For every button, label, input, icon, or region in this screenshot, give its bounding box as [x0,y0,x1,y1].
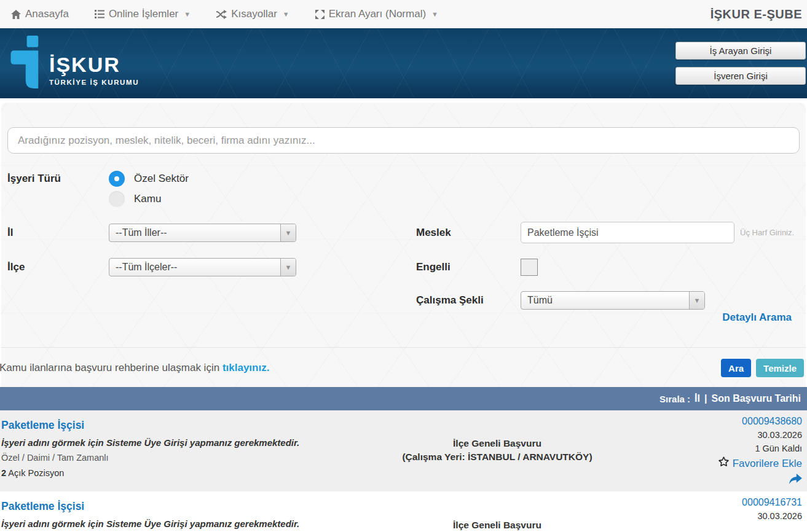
share-icon [789,478,802,487]
apply-scope: İlçe Geneli Başvuru [374,437,620,450]
job-id-link[interactable]: 00009416731 [742,496,802,509]
radio-ozel-sektor[interactable]: Özel Sektör [109,171,189,187]
keyword-search-input[interactable] [7,127,800,154]
job-login-note: İşyeri adını görmek için Sisteme Üye Gir… [1,437,374,448]
il-select-value: --Tüm İller-- [109,227,167,238]
apply-scope: İlçe Geneli Başvuru [374,518,620,532]
sort-by-deadline-link[interactable]: Son Başvuru Tarihi [711,393,801,404]
logo-text: İŞKUR TÜRKİYE İŞ KURUMU [49,54,139,92]
job-days-left: 1 Gün Kaldı [755,442,802,455]
list-icon [95,10,104,18]
calisma-sekli-select[interactable]: Tümü ▼ [521,291,705,310]
kamu-info-text: Kamu ilanlarına başvuru rehberine ulaşma… [0,362,219,374]
job-title-link[interactable]: Paketleme İşçisi [1,500,84,513]
screen-resize-icon [315,10,325,19]
job-open-positions: 2 Açık Pozisyon [1,468,374,478]
job-seeker-login-button[interactable]: İş Arayan Girişi [675,42,806,60]
job-result-row: Paketleme İşçisi İşyeri adını görmek içi… [0,491,807,532]
star-icon [718,456,730,471]
radio-kamu[interactable]: Kamu [109,191,189,207]
nav-ekran-ayari[interactable]: Ekran Ayarı (Normal) ▼ [315,8,438,20]
sort-bar: Sırala : İl | Son Başvuru Tarihi [0,387,807,410]
il-label: İl [7,227,109,239]
job-deadline: 30.03.2026 [757,429,802,441]
job-meta: Özel / Daimi / Tam Zamanlı [1,453,374,463]
iskur-logo: İŞKUR TÜRKİYE İŞ KURUMU [6,34,139,92]
job-id-link[interactable]: 00009438680 [742,415,802,428]
employer-login-button[interactable]: İşveren Girişi [675,67,806,85]
logo-subtitle: TÜRKİYE İŞ KURUMU [49,79,139,86]
nav-kisayollar[interactable]: Kısayollar ▼ [216,8,289,20]
chevron-down-icon: ▼ [431,10,438,18]
radio-kamu-label: Kamu [134,193,161,205]
radio-selected-icon [109,171,125,187]
page: Anasayfa Online İşlemler ▼ Kısayollar ▼ … [0,0,807,532]
add-to-favorites-link[interactable]: Favorilere Ekle [718,456,802,471]
job-title-link[interactable]: Paketleme İşçisi [1,419,84,432]
nav-kisayollar-label: Kısayollar [231,8,277,20]
detayli-arama-link[interactable]: Detaylı Arama [722,311,792,323]
home-icon [11,10,21,19]
nav-online-islemler-label: Online İşlemler [109,8,178,20]
shuffle-icon [216,10,227,19]
hero-header: İŞKUR TÜRKİYE İŞ KURUMU İş Arayan Girişi… [0,28,807,98]
eshube-brand-title: İŞKUR E-ŞUBE [711,7,802,22]
calisma-sekli-label: Çalışma Şekli [416,294,521,307]
meslek-input[interactable] [521,222,734,243]
ilce-select-value: --Tüm İlçeler-- [109,262,177,273]
top-navbar: Anasayfa Online İşlemler ▼ Kısayollar ▼ … [0,0,807,28]
ara-button[interactable]: Ara [721,359,751,377]
search-panel: İşyeri Türü Özel Sektör Kamu [1,103,806,387]
share-button[interactable] [789,474,802,485]
logo-title: İŞKUR [49,54,139,75]
temizle-button[interactable]: Temizle [756,359,804,377]
login-buttons: İş Arayan Girişi İşveren Girişi [675,42,806,85]
job-result-row: Paketleme İşçisi İşyeri adını görmek içi… [0,410,807,491]
sort-by-il-link[interactable]: İl [695,393,700,404]
engelli-checkbox[interactable] [521,259,538,276]
nav-home-label: Anasayfa [25,8,69,20]
dropdown-arrow-icon: ▼ [280,224,296,241]
chevron-down-icon: ▼ [184,10,191,18]
iskur-logo-icon [6,34,41,92]
calisma-sekli-select-value: Tümü [521,295,553,306]
positions-count: 2 [1,468,6,478]
sort-prefix: Sırala : [659,394,690,404]
meslek-hint: Üç Harf Giriniz. [740,228,794,237]
chevron-down-icon: ▼ [283,10,289,18]
radio-ozel-sektor-label: Özel Sektör [134,173,189,185]
sort-separator: | [704,393,707,404]
action-bar: Kamu ilanlarına başvuru rehberine ulaşma… [1,347,806,387]
job-login-note: İşyeri adını görmek için Sisteme Üye Gir… [1,518,374,529]
workplace: (Çalışma Yeri: İSTANBUL / ARNAVUTKÖY) [374,450,620,464]
positions-label: Açık Pozisyon [8,468,64,478]
meslek-label: Meslek [416,227,521,239]
nav-home[interactable]: Anasayfa [11,8,69,20]
dropdown-arrow-icon: ▼ [280,259,296,276]
isyeri-turu-label: İşyeri Türü [7,171,109,185]
ilce-label: İlçe [7,261,109,273]
favorite-label: Favorilere Ekle [733,457,802,471]
job-apply-info: İlçe Geneli Başvuru (Çalışma Yeri: İSTAN… [374,437,620,464]
nav-ekran-ayari-label: Ekran Ayarı (Normal) [329,8,426,20]
engelli-label: Engelli [416,261,521,273]
il-select[interactable]: --Tüm İller-- ▼ [109,224,296,242]
search-form: İşyeri Türü Özel Sektör Kamu [1,154,806,331]
kamu-info-line: Kamu ilanlarına başvuru rehberine ulaşma… [0,362,269,374]
radio-unselected-icon [109,191,125,207]
job-deadline: 30.03.2026 [757,510,802,522]
nav-online-islemler[interactable]: Online İşlemler ▼ [95,8,191,20]
tiklayiniz-link[interactable]: tıklayınız. [222,362,270,374]
dropdown-arrow-icon: ▼ [689,292,704,309]
ilce-select[interactable]: --Tüm İlçeler-- ▼ [109,258,296,276]
job-apply-info: İlçe Geneli Başvuru [374,496,620,532]
